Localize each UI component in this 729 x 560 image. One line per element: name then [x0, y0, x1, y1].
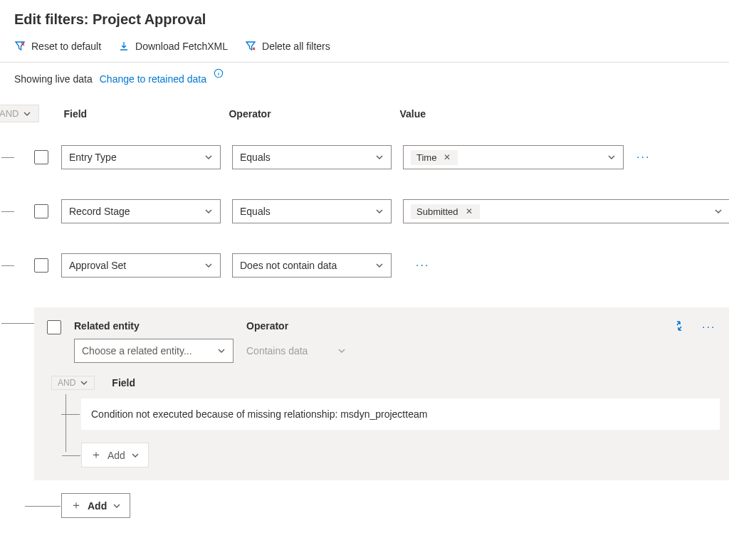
filter-reset-icon	[14, 41, 26, 52]
operator-select[interactable]: Equals	[232, 145, 392, 169]
toolbar: Reset to default Download FetchXML Delet…	[14, 41, 715, 52]
column-header-value: Value	[399, 108, 620, 120]
column-header-operator: Operator	[229, 108, 399, 120]
condition-row: Approval Set Does not contain data ···	[14, 253, 729, 278]
related-entity-group: Related entity Choose a related entity..…	[34, 307, 729, 480]
chevron-down-icon	[80, 379, 88, 387]
value-tag: Time ✕	[411, 150, 458, 165]
download-fetchxml-button[interactable]: Download FetchXML	[118, 41, 228, 52]
plus-icon: ＋	[90, 448, 102, 463]
chevron-down-icon	[217, 347, 226, 355]
row-checkbox[interactable]	[47, 320, 61, 334]
chevron-down-icon	[23, 110, 31, 118]
row-checkbox[interactable]	[34, 204, 48, 218]
showing-live-data-label: Showing live data	[14, 73, 93, 85]
related-entity-select[interactable]: Choose a related entity...	[74, 339, 234, 363]
chevron-down-icon	[204, 153, 213, 162]
operator-select[interactable]: Equals	[232, 199, 392, 223]
chevron-down-icon	[204, 207, 213, 216]
chevron-down-icon	[204, 261, 213, 270]
chevron-down-icon	[131, 451, 140, 460]
chevron-down-icon	[112, 502, 121, 510]
download-icon	[118, 41, 130, 52]
row-checkbox[interactable]	[34, 258, 48, 273]
chevron-down-icon	[375, 261, 384, 270]
reset-to-default-button[interactable]: Reset to default	[14, 41, 101, 52]
related-operator-select: Contains data	[246, 339, 353, 363]
remove-tag-icon[interactable]: ✕	[442, 152, 452, 162]
delete-all-filters-button[interactable]: Delete all filters	[245, 41, 330, 52]
row-more-button[interactable]: ···	[632, 151, 654, 164]
collapse-icon[interactable]	[673, 320, 685, 334]
filter-delete-icon	[245, 41, 256, 52]
value-select[interactable]: Time ✕	[403, 145, 624, 169]
chevron-down-icon	[714, 207, 723, 216]
divider	[0, 62, 729, 63]
chevron-down-icon	[337, 347, 346, 355]
change-to-retained-data-link[interactable]: Change to retained data	[100, 73, 206, 85]
row-checkbox[interactable]	[34, 150, 48, 164]
value-tag: Submitted ✕	[411, 204, 480, 219]
condition-row: Record Stage Equals Submitted ✕ ···	[14, 199, 729, 223]
operator-select[interactable]: Does not contain data	[232, 253, 392, 278]
row-more-button[interactable]: ···	[411, 259, 434, 272]
data-mode-row: Showing live data Change to retained dat…	[14, 73, 715, 85]
column-header-field: Field	[63, 108, 229, 120]
filter-group: AND Field Operator Value Entry Type	[14, 105, 715, 518]
inner-group-operator-chip[interactable]: AND	[51, 376, 95, 390]
chevron-down-icon	[375, 153, 384, 162]
group-operator-chip[interactable]: AND	[0, 105, 39, 122]
inner-group: AND Field Condition not executed because…	[47, 376, 720, 467]
chevron-down-icon	[607, 153, 616, 162]
page-title: Edit filters: Project Approval	[14, 11, 715, 28]
related-more-button[interactable]: ···	[698, 321, 720, 334]
related-entity-label: Related entity	[74, 320, 234, 332]
field-select[interactable]: Entry Type	[61, 145, 221, 169]
inner-add-button[interactable]: ＋ Add	[81, 443, 149, 467]
condition-error-message: Condition not executed because of missin…	[81, 398, 720, 430]
inner-field-header: Field	[112, 377, 135, 389]
field-select[interactable]: Record Stage	[61, 199, 221, 223]
related-operator-label: Operator	[246, 320, 353, 332]
add-button[interactable]: ＋ Add	[61, 493, 130, 518]
value-select[interactable]: Submitted ✕	[403, 199, 729, 223]
plus-icon: ＋	[70, 498, 82, 513]
field-select[interactable]: Approval Set	[61, 253, 221, 278]
condition-row: Entry Type Equals Time ✕ ···	[14, 145, 729, 169]
chevron-down-icon	[375, 207, 384, 216]
info-icon[interactable]	[214, 68, 224, 80]
remove-tag-icon[interactable]: ✕	[464, 206, 474, 216]
